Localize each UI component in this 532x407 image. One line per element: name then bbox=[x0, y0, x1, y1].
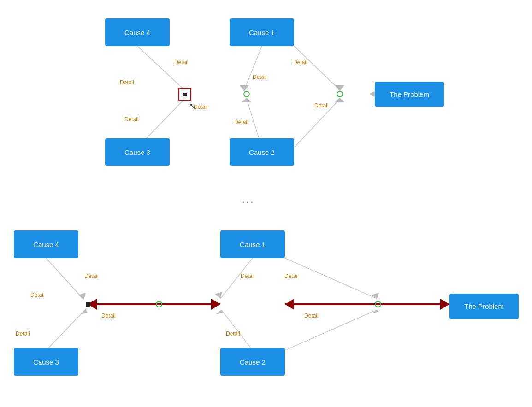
detail-label-5: Detail bbox=[293, 59, 307, 65]
detail-label-4: Detail bbox=[253, 74, 267, 80]
detail-label-2: Detail bbox=[120, 79, 134, 86]
svg-line-26 bbox=[46, 310, 85, 350]
bottom-detail-label-1: Detail bbox=[84, 273, 99, 279]
detail-label-3: Detail bbox=[194, 104, 208, 110]
detail-label-8: Detail bbox=[234, 119, 248, 125]
bottom-detail-label-3: Detail bbox=[101, 313, 116, 319]
svg-line-6 bbox=[244, 46, 262, 90]
top-cause1-box[interactable]: Cause 1 bbox=[230, 18, 294, 46]
top-cause4-box[interactable]: Cause 4 bbox=[105, 18, 170, 46]
svg-marker-25 bbox=[78, 293, 86, 300]
detail-label-7: Detail bbox=[124, 116, 139, 123]
svg-marker-3 bbox=[369, 91, 375, 97]
svg-marker-7 bbox=[240, 85, 249, 91]
svg-marker-13 bbox=[335, 85, 344, 91]
bottom-detail-label-2: Detail bbox=[30, 292, 45, 298]
detail-label-6: Detail bbox=[314, 102, 329, 109]
svg-point-1 bbox=[244, 91, 249, 97]
svg-line-24 bbox=[46, 258, 83, 299]
svg-marker-31 bbox=[216, 310, 223, 314]
svg-line-34 bbox=[285, 310, 377, 350]
diagram-svg bbox=[0, 0, 532, 407]
top-cause3-box[interactable]: Cause 3 bbox=[105, 138, 170, 166]
svg-marker-33 bbox=[371, 293, 379, 299]
svg-marker-21 bbox=[440, 299, 449, 310]
svg-point-2 bbox=[337, 91, 343, 97]
bottom-detail-label-8: Detail bbox=[226, 330, 240, 337]
bottom-detail-label-6: Detail bbox=[284, 273, 299, 279]
top-problem-box[interactable]: The Problem bbox=[375, 82, 444, 107]
svg-point-23 bbox=[375, 301, 381, 307]
svg-marker-20 bbox=[285, 299, 294, 310]
svg-marker-35 bbox=[372, 310, 379, 313]
bottom-problem-box[interactable]: The Problem bbox=[449, 294, 519, 319]
svg-marker-15 bbox=[335, 98, 344, 102]
detail-label-1: Detail bbox=[174, 59, 189, 65]
svg-line-30 bbox=[221, 310, 253, 350]
svg-marker-27 bbox=[81, 309, 88, 314]
bottom-detail-label-4: Detail bbox=[16, 330, 30, 337]
selected-node-center bbox=[183, 93, 187, 96]
section-separator-dots: ··· bbox=[242, 196, 254, 208]
bottom-cause2-box[interactable]: Cause 2 bbox=[220, 348, 285, 376]
bottom-cause4-box[interactable]: Cause 4 bbox=[14, 230, 78, 258]
svg-marker-29 bbox=[215, 292, 222, 299]
svg-line-32 bbox=[285, 258, 377, 299]
diagram-container: Cause 4 Cause 1 Cause 3 Cause 2 The Prob… bbox=[0, 0, 532, 407]
svg-point-22 bbox=[156, 301, 162, 307]
bottom-cause3-box[interactable]: Cause 3 bbox=[14, 348, 78, 376]
bottom-detail-label-7: Detail bbox=[304, 313, 319, 319]
svg-marker-18 bbox=[211, 299, 220, 310]
top-cause2-box[interactable]: Cause 2 bbox=[230, 138, 294, 166]
bottom-detail-label-5: Detail bbox=[241, 273, 255, 279]
bottom-spine-start-marker bbox=[86, 302, 90, 307]
bottom-cause1-box[interactable]: Cause 1 bbox=[220, 230, 285, 258]
svg-marker-11 bbox=[242, 98, 251, 102]
svg-line-4 bbox=[137, 46, 184, 90]
svg-line-12 bbox=[294, 46, 340, 90]
selected-node[interactable] bbox=[178, 88, 191, 101]
